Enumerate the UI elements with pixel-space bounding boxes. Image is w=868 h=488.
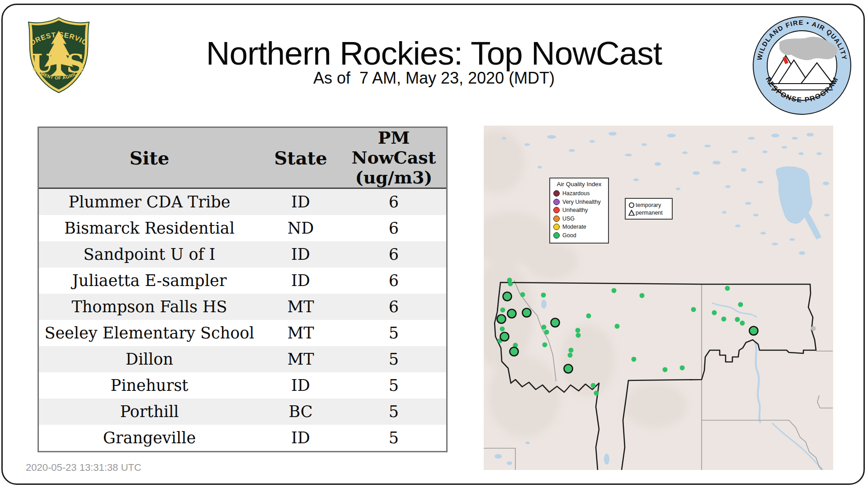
- state-cell: ID: [260, 188, 341, 216]
- monitor-dot-permanent: [725, 286, 730, 291]
- monitor-dot-permanent: [542, 343, 547, 347]
- monitor-dot-temporary: [497, 315, 506, 324]
- monitor-dot-permanent: [722, 317, 726, 322]
- monitor-dot-permanent: [576, 333, 581, 338]
- aqi-color-swatch-icon: [553, 190, 560, 197]
- monitor-dot-inactive: [811, 326, 816, 331]
- value-cell: 5: [341, 346, 446, 372]
- monitor-dot-permanent: [568, 353, 573, 358]
- table-body: Plummer CDA TribeID6Bismarck Residential…: [39, 188, 446, 451]
- value-cell: 5: [341, 320, 446, 346]
- column-header-pm-nowcast: PM NowCast (ug/m3): [341, 128, 446, 188]
- page-subtitle: As of 7 AM, May 23, 2020 (MDT): [0, 69, 868, 88]
- aqi-legend-label: Very Unhealthy: [562, 199, 601, 205]
- value-cell: 5: [341, 399, 446, 425]
- monitor-dot-permanent: [680, 366, 685, 371]
- site-cell: Plummer CDA Tribe: [39, 188, 260, 216]
- site-cell: Juliaetta E-sampler: [39, 267, 260, 294]
- aqi-legend-item: Very Unhealthy: [553, 198, 605, 206]
- aqi-legend-label: Hazardous: [562, 190, 590, 197]
- permanent-legend-row: permanent: [628, 209, 669, 216]
- marker-type-legend: temporary permanent: [625, 198, 673, 220]
- monitor-dot-permanent: [740, 321, 745, 326]
- aqi-color-swatch-icon: [553, 207, 560, 213]
- aqi-color-swatch-icon: [553, 199, 560, 205]
- monitor-dot-temporary: [500, 333, 509, 341]
- aqi-legend-item: Good: [553, 231, 605, 240]
- site-cell: Thompson Falls HS: [39, 294, 260, 320]
- site-cell: Seeley Elementary School: [39, 320, 260, 346]
- monitor-dot-permanent: [612, 288, 617, 293]
- value-cell: 5: [341, 372, 446, 399]
- monitor-dot-temporary: [750, 327, 758, 335]
- table-row: Seeley Elementary SchoolMT5: [39, 320, 446, 346]
- value-cell: 6: [341, 241, 446, 267]
- monitor-dot-temporary: [551, 319, 560, 327]
- table-row: Sandpoint U of IID6: [39, 241, 446, 267]
- site-cell: Dillon: [39, 346, 260, 372]
- monitor-dot-permanent: [542, 325, 547, 330]
- state-cell: MT: [260, 294, 341, 320]
- state-cell: MT: [260, 346, 341, 372]
- monitor-dot-temporary: [503, 292, 512, 301]
- aqi-legend-item: Hazardous: [553, 189, 605, 198]
- state-cell: MT: [260, 320, 341, 346]
- aqi-legend-title: Air Quality Index: [553, 181, 605, 188]
- monitor-dot-permanent: [544, 330, 549, 335]
- table-row: Thompson Falls HSMT6: [39, 294, 446, 320]
- state-cell: ID: [260, 372, 341, 399]
- monitor-dot-permanent: [663, 367, 668, 372]
- state-cell: ND: [260, 215, 341, 241]
- table-row: PinehurstID5: [39, 372, 446, 399]
- state-cell: BC: [260, 399, 341, 425]
- temporary-circle-icon: [628, 202, 636, 208]
- table-row: PorthillBC5: [39, 399, 446, 425]
- aqi-legend-items: HazardousVery UnhealthyUnhealthyUSGModer…: [553, 189, 605, 239]
- monitor-dot-permanent: [735, 317, 740, 322]
- permanent-label: permanent: [636, 210, 663, 216]
- permanent-triangle-icon: [628, 210, 636, 216]
- report-slide: FOREST SERVICE DEPARTMENT OF AGRICULTURE…: [0, 0, 868, 488]
- monitor-dot-temporary: [510, 347, 519, 356]
- state-cell: ID: [260, 425, 341, 451]
- rivers: [712, 303, 823, 470]
- monitor-dot-permanent: [500, 308, 505, 313]
- monitor-dot-permanent: [520, 292, 525, 297]
- site-cell: Pinehurst: [39, 372, 260, 399]
- value-cell: 6: [341, 188, 446, 216]
- column-header-state: State: [260, 128, 341, 188]
- value-cell: 5: [341, 425, 446, 451]
- table-row: GrangevilleID5: [39, 425, 446, 451]
- table-header-row: Site State PM NowCast (ug/m3): [39, 128, 446, 188]
- site-cell: Grangeville: [39, 425, 260, 451]
- value-cell: 6: [341, 294, 446, 320]
- monitor-dot-permanent: [615, 324, 620, 329]
- aqi-color-swatch-icon: [553, 232, 560, 239]
- table-row: Juliaetta E-samplerID6: [39, 267, 446, 294]
- temporary-legend-row: temporary: [628, 201, 669, 209]
- map-canvas: [484, 126, 833, 470]
- monitor-dot-permanent: [712, 310, 717, 315]
- aqi-legend: Air Quality Index HazardousVery Unhealth…: [549, 178, 609, 244]
- aqi-color-swatch-icon: [553, 224, 560, 230]
- state-cell: ID: [260, 241, 341, 267]
- monitor-dot-permanent: [591, 383, 596, 388]
- monitor-dot-permanent: [541, 293, 546, 298]
- table-row: DillonMT5: [39, 346, 446, 372]
- page-title: Northern Rockies: Top NowCast: [0, 34, 868, 72]
- aqi-legend-label: USG: [562, 216, 575, 222]
- aqi-color-swatch-icon: [553, 216, 560, 222]
- aqi-legend-item: Unhealthy: [553, 206, 605, 215]
- column-header-site: Site: [39, 128, 260, 188]
- value-cell: 6: [341, 215, 446, 241]
- temporary-label: temporary: [636, 202, 661, 208]
- monitor-dot-temporary: [508, 310, 516, 318]
- aqi-legend-label: Moderate: [562, 224, 586, 230]
- site-cell: Sandpoint U of I: [39, 241, 260, 267]
- monitor-dot-permanent: [738, 302, 743, 307]
- monitor-map: Air Quality Index HazardousVery Unhealth…: [484, 126, 833, 470]
- nowcast-table: Site State PM NowCast (ug/m3) Plummer CD…: [38, 127, 448, 452]
- aqi-legend-label: Unhealthy: [562, 207, 588, 213]
- generated-timestamp: 2020-05-23 13:31:38 UTC: [26, 462, 142, 474]
- monitor-dot-permanent: [508, 282, 513, 286]
